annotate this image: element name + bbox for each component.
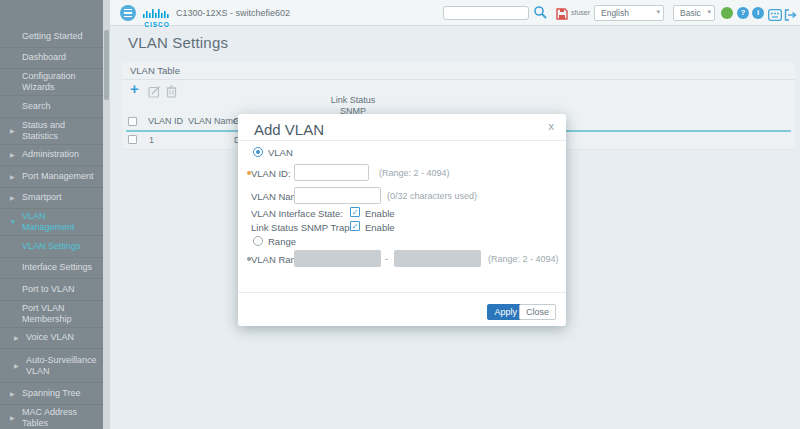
top-header-bar: CISCO C1300-12XS - switchefie602 sfuser …	[110, 0, 800, 26]
sidebar-item-label: Port to VLAN	[22, 284, 75, 295]
sidebar-item-search[interactable]: Search	[0, 96, 103, 118]
sidebar-item-label: Getting Started	[22, 31, 83, 42]
snmp-traps-checkbox[interactable]: ✓	[350, 221, 360, 231]
sidebar-item-interface-settings[interactable]: Interface Settings	[0, 258, 103, 280]
search-input[interactable]	[443, 6, 529, 20]
vlan-table-panel-title: VLAN Table	[122, 62, 795, 80]
range-separator: -	[385, 254, 388, 264]
sidebar-item-configuration-wizards[interactable]: Configuration Wizards	[0, 69, 103, 96]
cell-vlan-id: 1	[149, 135, 154, 145]
sidebar-item-smartport[interactable]: ▶Smartport	[0, 188, 103, 210]
sidebar-item-spanning-tree[interactable]: ▶Spanning Tree	[0, 383, 103, 405]
sidebar-item-dashboard[interactable]: Dashboard	[0, 48, 103, 70]
cisco-logo-text: CISCO	[142, 22, 172, 28]
sidebar-item-mac-address-tables[interactable]: ▶MAC Address Tables	[0, 405, 103, 429]
interface-state-enable-label: Enable	[365, 208, 395, 219]
sidebar-item-label: VLAN Settings	[22, 241, 81, 252]
range-radio-label: Range	[268, 236, 296, 247]
vlan-range-to-input[interactable]	[394, 250, 481, 267]
vlan-name-input[interactable]	[294, 187, 381, 204]
sidebar-item-label: Auto-Surveillance VLAN	[26, 355, 98, 377]
search-icon[interactable]	[533, 5, 547, 23]
sidebar-item-label: Search	[22, 101, 51, 112]
chevron-right-icon: ▶	[10, 390, 15, 397]
interface-state-checkbox[interactable]: ✓	[350, 207, 360, 217]
cli-console-icon[interactable]	[768, 7, 782, 25]
select-all-checkbox[interactable]	[128, 117, 137, 126]
sidebar-item-administration[interactable]: ▶Administration	[0, 145, 103, 167]
status-green-icon[interactable]	[721, 7, 733, 19]
vlan-id-range-hint: (Range: 2 - 4094)	[379, 168, 450, 178]
chevron-down-icon: ▼	[10, 219, 16, 225]
sidebar-item-voice-vlan[interactable]: ▶Voice VLAN	[0, 328, 103, 350]
vlan-range-hint: (Range: 2 - 4094)	[488, 254, 559, 264]
add-vlan-button[interactable]: +	[130, 80, 139, 97]
chevron-right-icon: ▶	[10, 151, 15, 158]
range-radio[interactable]	[253, 236, 263, 246]
sidebar: Getting Started Dashboard Configuration …	[0, 0, 110, 429]
logout-icon[interactable]	[784, 7, 797, 25]
logged-in-username: sfuser	[571, 9, 590, 16]
modal-titlebar: Add VLAN x	[238, 114, 566, 141]
cisco-logo: CISCO	[142, 4, 172, 28]
check-icon: ✓	[352, 222, 359, 231]
info-icon[interactable]: i	[752, 7, 764, 19]
vlan-range-from-input[interactable]	[294, 250, 381, 267]
edit-icon[interactable]	[148, 84, 161, 102]
chevron-right-icon: ▶	[10, 414, 15, 421]
sidebar-item-vlan-settings[interactable]: VLAN Settings	[0, 236, 103, 258]
help-icon[interactable]: ?	[737, 7, 749, 19]
sidebar-item-label: Port VLAN Membership	[22, 303, 99, 325]
chevron-right-icon: ▶	[10, 194, 15, 201]
display-mode-select-value: Basic	[680, 8, 701, 18]
app-window: Getting Started Dashboard Configuration …	[0, 0, 800, 429]
chevron-down-icon: ▾	[707, 8, 711, 16]
add-vlan-modal: Add VLAN x VLAN VLAN ID: (Range: 2 - 409…	[238, 114, 566, 326]
sidebar-item-label: VLAN Management	[22, 211, 99, 233]
menu-hamburger-icon[interactable]	[120, 5, 136, 21]
sidebar-scrollbar-track	[103, 0, 110, 429]
vlan-radio[interactable]	[253, 147, 263, 157]
sidebar-item-port-to-vlan[interactable]: Port to VLAN	[0, 279, 103, 301]
vlan-interface-state-label: VLAN Interface State:	[251, 208, 343, 219]
vlan-name-chars-hint: (0/32 characters used)	[387, 191, 477, 201]
sidebar-item-getting-started[interactable]: Getting Started	[0, 26, 103, 48]
save-icon[interactable]	[556, 6, 568, 24]
modal-title: Add VLAN	[254, 121, 324, 138]
vlan-radio-label: VLAN	[268, 147, 293, 158]
sidebar-item-label: MAC Address Tables	[22, 407, 99, 429]
row-checkbox[interactable]	[128, 135, 137, 144]
sidebar-item-label: Interface Settings	[22, 262, 92, 273]
sidebar-item-label: Spanning Tree	[22, 388, 81, 399]
sidebar-item-vlan-management[interactable]: ▼VLAN Management	[0, 209, 103, 236]
column-header-vlan-id[interactable]: VLAN ID	[148, 116, 183, 126]
chevron-down-icon: ▾	[656, 8, 660, 16]
device-name: C1300-12XS - switchefie602	[176, 8, 290, 18]
sidebar-item-label: Dashboard	[22, 52, 66, 63]
close-button[interactable]: Close	[519, 304, 556, 320]
link-status-snmp-traps-label: Link Status SNMP Traps:	[251, 222, 357, 233]
sidebar-item-auto-surveillance-vlan[interactable]: ▶Auto-Surveillance VLAN	[0, 349, 103, 383]
sidebar-item-port-management[interactable]: ▶Port Management	[0, 166, 103, 188]
sidebar-scrollbar-thumb[interactable]	[104, 30, 109, 100]
cisco-logo-bars	[143, 9, 171, 18]
page-title: VLAN Settings	[128, 34, 228, 51]
vlan-id-input[interactable]	[294, 164, 369, 181]
language-select[interactable]: English ▾	[594, 5, 664, 21]
column-header-vlan-name[interactable]: VLAN Name	[188, 116, 238, 126]
sidebar-nav: Getting Started Dashboard Configuration …	[0, 26, 103, 429]
sidebar-item-status-and-statistics[interactable]: ▶Status and Statistics	[0, 118, 103, 145]
sidebar-item-label: Administration	[22, 149, 79, 160]
vlan-id-label: VLAN ID:	[251, 168, 291, 179]
sidebar-item-label: Port Management	[22, 171, 94, 182]
sidebar-item-label: Configuration Wizards	[22, 71, 99, 93]
delete-trash-icon[interactable]	[166, 84, 177, 102]
info-glyph: i	[757, 8, 759, 17]
close-icon[interactable]: x	[549, 120, 555, 132]
help-glyph: ?	[741, 8, 746, 17]
display-mode-select[interactable]: Basic ▾	[673, 5, 715, 21]
sidebar-item-port-vlan-membership[interactable]: Port VLAN Membership	[0, 301, 103, 328]
vlan-table-toolbar: +	[122, 80, 795, 102]
check-icon: ✓	[352, 208, 359, 217]
snmp-traps-enable-label: Enable	[365, 222, 395, 233]
